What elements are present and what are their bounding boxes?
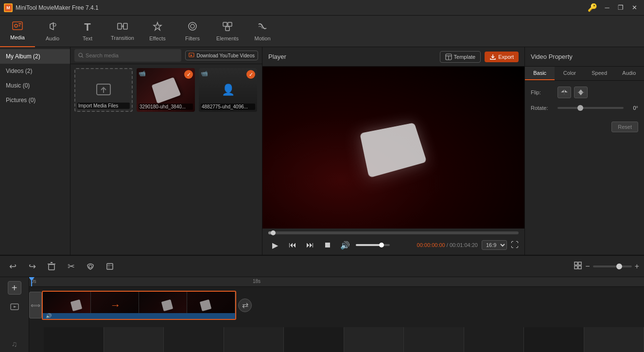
- toolbar-text[interactable]: T Text: [70, 16, 105, 47]
- media-video1-wrapper: 📹 ✓ 3290180-uhd_3840...: [137, 68, 195, 251]
- swap-clip-button[interactable]: ⇄: [238, 299, 252, 312]
- flip-horizontal-button[interactable]: [557, 87, 571, 98]
- sidebar-item-music-label: Music (0): [6, 82, 30, 89]
- zoom-thumb[interactable]: [616, 264, 622, 269]
- media-toolbar: Download YouTube Videos: [70, 47, 262, 64]
- progress-thumb[interactable]: [271, 230, 276, 235]
- progress-bar[interactable]: [268, 231, 519, 234]
- sidebar-item-videos[interactable]: Videos (2): [0, 64, 70, 78]
- play-button[interactable]: ▶: [268, 238, 282, 252]
- toolbar-motion-label: Motion: [254, 35, 270, 41]
- toolbar-effects[interactable]: Effects: [140, 16, 175, 47]
- playhead[interactable]: [31, 277, 32, 286]
- video2-label: 4882775-uhd_4096...: [201, 104, 255, 110]
- go-start-button[interactable]: ⏮: [286, 238, 299, 252]
- video-track: ⟺ →: [29, 287, 644, 323]
- toolbar-text-label: Text: [83, 35, 92, 41]
- clip-arrow: →: [110, 299, 121, 312]
- svg-rect-36: [578, 266, 581, 269]
- properties-panel: Video Property Basic Color Speed Audio F…: [525, 47, 644, 255]
- svg-rect-4: [18, 23, 21, 24]
- svg-rect-33: [574, 262, 577, 265]
- zoom-slider[interactable]: [593, 265, 632, 267]
- search-box[interactable]: [74, 49, 181, 62]
- timeline-toolbar: ↩ ↪ ✂ − +: [0, 256, 644, 277]
- volume-thumb[interactable]: [379, 243, 384, 247]
- clip-audio-bar: 🔊: [43, 313, 235, 319]
- crop-button[interactable]: [102, 259, 118, 274]
- media-thumb-video2[interactable]: 📹 👤 ✓ 4882775-uhd_4096...: [199, 68, 257, 112]
- toolbar-media[interactable]: Media: [0, 16, 35, 47]
- media-video2-wrapper: 📹 👤 ✓ 4882775-uhd_4096...: [199, 68, 257, 251]
- reset-button[interactable]: Reset: [611, 122, 638, 132]
- detach-audio-button[interactable]: [83, 259, 98, 274]
- clip-inner: →: [43, 292, 235, 313]
- rotate-label: Rotate:: [531, 105, 557, 111]
- fit-to-screen-button[interactable]: [574, 261, 582, 272]
- media-import-wrapper: Import Media Files: [74, 68, 133, 251]
- toolbar-transition-label: Transition: [111, 35, 134, 41]
- restore-button[interactable]: ❐: [615, 3, 627, 13]
- prop-header: Video Property: [525, 47, 644, 67]
- volume-fill: [356, 244, 382, 246]
- audio-speaker-icon: 🔊: [46, 313, 52, 318]
- player-section: Player Template Export ▶ ⏮ ⏭: [262, 47, 525, 255]
- svg-line-16: [82, 56, 83, 58]
- undo-button[interactable]: ↩: [5, 259, 20, 274]
- sidebar-item-music[interactable]: Music (0): [0, 78, 70, 93]
- svg-marker-9: [154, 22, 161, 30]
- minimize-button[interactable]: ─: [601, 3, 613, 13]
- svg-marker-18: [191, 54, 192, 56]
- controls-row: ▶ ⏮ ⏭ ⏹ 🔊 00:00:00:00 / 00:01:04:20 16:9…: [268, 238, 519, 252]
- template-button[interactable]: Template: [440, 51, 481, 63]
- fullscreen-button[interactable]: ⛶: [511, 241, 519, 249]
- import-media-button[interactable]: Import Media Files: [74, 68, 133, 112]
- player-controls: ▶ ⏮ ⏭ ⏹ 🔊 00:00:00:00 / 00:01:04:20 16:9…: [262, 229, 524, 255]
- toolbar-audio[interactable]: Audio: [35, 16, 70, 47]
- svg-rect-13: [228, 22, 232, 26]
- close-button[interactable]: ✕: [628, 3, 640, 13]
- zoom-in-button[interactable]: +: [635, 262, 639, 271]
- long-frame-9: [524, 327, 584, 352]
- prop-tab-basic[interactable]: Basic: [525, 67, 555, 80]
- zoom-out-button[interactable]: −: [585, 262, 590, 271]
- redo-button[interactable]: ↪: [24, 259, 40, 274]
- long-video-clip[interactable]: [44, 327, 644, 352]
- titlebar: M MiniTool MovieMaker Free 7.4.1 🔑 ─ ❐ ✕: [0, 0, 644, 16]
- track-move-handle[interactable]: ⟺: [29, 292, 42, 318]
- reset-row: Reset: [531, 118, 638, 132]
- add-track-button[interactable]: +: [8, 281, 21, 295]
- search-input[interactable]: [86, 53, 177, 58]
- sidebar-item-my-album[interactable]: My Album (2): [0, 49, 70, 64]
- svg-point-11: [191, 24, 194, 28]
- go-end-button[interactable]: ⏭: [303, 238, 317, 252]
- stop-button[interactable]: ⏹: [321, 238, 334, 252]
- rotate-slider[interactable]: [557, 107, 624, 109]
- export-button[interactable]: Export: [485, 52, 519, 62]
- volume-slider[interactable]: [356, 244, 390, 246]
- clip-frame-1: [43, 292, 91, 313]
- time-display: 00:00:00:00 / 00:01:04:20: [394, 242, 478, 248]
- video-clip[interactable]: → 🔊: [42, 291, 236, 320]
- toolbar-elements[interactable]: Elements: [210, 16, 245, 47]
- svg-point-3: [15, 24, 17, 27]
- sidebar-item-pictures[interactable]: Pictures (0): [0, 93, 70, 107]
- prop-tab-speed[interactable]: Speed: [585, 67, 614, 80]
- rotate-thumb[interactable]: [577, 105, 583, 111]
- aspect-ratio-select[interactable]: 16:9 9:16 4:3 1:1 21:9: [482, 240, 507, 250]
- prop-tab-color[interactable]: Color: [555, 67, 584, 80]
- download-youtube-button[interactable]: Download YouTube Videos: [185, 51, 258, 60]
- second-track-row: [29, 323, 644, 352]
- cut-button[interactable]: ✂: [63, 259, 79, 274]
- long-frame-10: [584, 327, 644, 352]
- music-note-icon: ♫: [12, 340, 17, 349]
- delete-button[interactable]: [44, 259, 59, 274]
- mute-button[interactable]: 🔊: [338, 238, 352, 252]
- toolbar-transition[interactable]: Transition: [105, 16, 140, 47]
- media-thumb-video1[interactable]: 📹 ✓ 3290180-uhd_3840...: [137, 68, 195, 112]
- flip-vertical-button[interactable]: [574, 87, 588, 98]
- prop-tab-audio[interactable]: Audio: [614, 67, 644, 80]
- toolbar-motion[interactable]: Motion: [245, 16, 280, 47]
- timeline-content: + ♫ 0s 18s ⟺: [0, 277, 644, 352]
- toolbar-filters[interactable]: Filters: [175, 16, 210, 47]
